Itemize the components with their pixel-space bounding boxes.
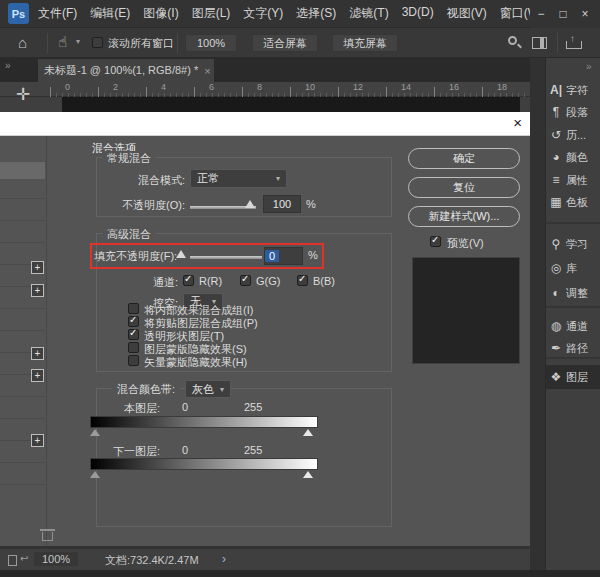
menu-3d[interactable]: 3D(D) (402, 5, 434, 22)
panel-item-channels[interactable]: ◍通道 (546, 315, 600, 337)
dialog-body: + + + + + 混合选项 常规混合 混合模式: 正常▾ 不透明度(O): 1… (0, 136, 530, 546)
share-export-icon[interactable] (566, 36, 580, 49)
menu-image[interactable]: 图像(I) (143, 5, 178, 22)
tool-options-bar: ⌂ ☝ ▾ 滚动所有窗口 100% 适合屏幕 填充屏幕 (0, 28, 600, 58)
opacity-slider-thumb[interactable] (245, 200, 255, 208)
bottom-edge (0, 570, 600, 577)
this-layer-label: 本图层: (100, 401, 160, 416)
workspace-panels-icon[interactable] (532, 37, 547, 49)
blend-if-dropdown[interactable]: 灰色▾ (185, 380, 231, 398)
preview-swatch (412, 257, 520, 364)
reset-button[interactable]: 复位 (408, 177, 520, 198)
fill-screen-button[interactable]: 填充屏幕 (332, 34, 398, 52)
chevron-down-icon: ▾ (214, 385, 224, 394)
close-window-button[interactable]: × (574, 7, 596, 21)
panel-item-character[interactable]: A|字符 (546, 79, 600, 101)
photoshop-window: Ps 文件(F) 编辑(E) 图像(I) 图层(L) 文字(Y) 选择(S) 滤… (0, 0, 600, 577)
ok-button[interactable]: 确定 (408, 148, 520, 169)
zoom-100-button[interactable]: 100% (185, 34, 237, 52)
channels-label: 通道: (110, 275, 178, 290)
scroll-all-windows-checkbox[interactable] (92, 37, 103, 48)
panel-item-learn[interactable]: ⚲学习 (546, 233, 600, 255)
adjustments-icon: ◐ (546, 286, 566, 300)
undo-arrow-icon: ↩ (20, 553, 28, 564)
add-button[interactable]: + (31, 284, 44, 297)
document-tab[interactable]: 未标题-1 @ 100%(1, RGB/8#) * × (38, 59, 214, 82)
home-icon[interactable]: ⌂ (18, 34, 27, 51)
swatches-icon: ▦ (546, 195, 566, 209)
blend-mode-dropdown[interactable]: 正常▾ (190, 169, 287, 188)
opacity-value-field[interactable]: 100 (263, 195, 301, 213)
panel-item-layers[interactable]: ❖图层 (546, 365, 600, 389)
menu-items: 文件(F) 编辑(E) 图像(I) 图层(L) 文字(Y) 选择(S) 滤镜(T… (38, 5, 568, 22)
panel-item-paragraph[interactable]: ¶段落 (546, 101, 600, 123)
dock-collapse-icon[interactable]: » (586, 61, 592, 72)
panel-item-adjustments[interactable]: ◐调整 (546, 282, 600, 304)
fit-screen-button[interactable]: 适合屏幕 (252, 34, 318, 52)
character-icon: A| (546, 83, 566, 97)
layer-mask-hides-checkbox[interactable] (128, 342, 139, 353)
transparency-shapes-checkbox[interactable] (128, 329, 139, 340)
general-blending-label: 常规混合 (102, 151, 156, 166)
properties-icon: ≡ (546, 173, 566, 187)
menu-edit[interactable]: 编辑(E) (90, 5, 130, 22)
add-button[interactable]: + (31, 261, 44, 274)
tab-close-icon[interactable]: × (204, 65, 210, 77)
document-size-readout: 文档:732.4K/2.47M (105, 553, 199, 568)
vector-mask-hides-label: 矢量蒙版隐藏效果(H) (144, 355, 247, 370)
document-tab-bar: » 未标题-1 @ 100%(1, RGB/8#) * × (0, 58, 530, 82)
channel-g-checkbox[interactable] (240, 275, 251, 286)
hand-tool-icon[interactable]: ☝ (58, 33, 67, 51)
blend-interior-checkbox[interactable] (128, 303, 139, 314)
add-button[interactable]: + (31, 347, 44, 360)
this-layer-black-slider[interactable] (90, 429, 100, 436)
panel-item-properties[interactable]: ≡属性 (546, 169, 600, 191)
panel-item-libraries[interactable]: ◎库 (546, 257, 600, 279)
fill-opacity-slider-track[interactable] (190, 256, 262, 259)
this-layer-white-slider[interactable] (303, 429, 313, 436)
fill-opacity-slider-thumb[interactable] (176, 250, 186, 258)
next-layer-black-slider[interactable] (90, 471, 100, 478)
menu-layer[interactable]: 图层(L) (192, 5, 231, 22)
scroll-all-windows-label: 滚动所有窗口 (108, 36, 174, 51)
new-style-button[interactable]: 新建样式(W)... (408, 206, 520, 227)
status-zoom-field[interactable]: 100% (34, 552, 78, 566)
blend-clipped-checkbox[interactable] (128, 316, 139, 327)
panel-item-history[interactable]: ↺历... (546, 124, 600, 146)
add-button[interactable]: + (31, 369, 44, 382)
channel-r-checkbox[interactable] (183, 275, 194, 286)
libraries-icon: ◎ (546, 261, 566, 275)
channels-icon: ◍ (546, 319, 566, 333)
pasteboard (0, 97, 530, 112)
right-panel-dock: » A|字符 ¶段落 ↺历... ◕颜色 ≡属性 ▦色板 ⚲学习 ◎库 ◐调整 … (545, 58, 600, 572)
opacity-label: 不透明度(O): (90, 198, 185, 213)
menu-select[interactable]: 选择(S) (296, 5, 336, 22)
panel-item-swatches[interactable]: ▦色板 (546, 191, 600, 213)
layer-style-dialog: × + + + + + 混合选项 常规混合 混合模式: 正常▾ 不透明度(O): (0, 112, 530, 546)
photoshop-logo-icon: Ps (8, 3, 29, 24)
preview-checkbox[interactable] (430, 236, 441, 247)
vector-mask-hides-checkbox[interactable] (128, 355, 139, 366)
this-layer-min: 0 (182, 401, 188, 413)
status-chevron-icon[interactable]: › (222, 552, 226, 566)
menu-view[interactable]: 视图(V) (447, 5, 487, 22)
channel-b-checkbox[interactable] (297, 275, 308, 286)
menu-filter[interactable]: 滤镜(T) (349, 5, 388, 22)
fill-opacity-value-field[interactable]: 0 (264, 247, 303, 265)
panel-item-color[interactable]: ◕颜色 (546, 146, 600, 168)
document-tab-title: 未标题-1 @ 100%(1, RGB/8#) * (44, 63, 198, 78)
trash-icon[interactable] (42, 532, 53, 541)
chevron-down-icon[interactable]: ▾ (76, 37, 80, 46)
search-icon[interactable] (508, 36, 517, 45)
dialog-close-icon[interactable]: × (513, 114, 522, 131)
panel-item-paths[interactable]: ✒路径 (546, 337, 600, 359)
history-icon: ↺ (546, 128, 566, 142)
move-tool-icon[interactable]: ✛ (16, 84, 30, 105)
minimize-button[interactable]: − (530, 7, 552, 21)
panel-collapse-icon[interactable]: » (5, 60, 11, 71)
add-button[interactable]: + (31, 434, 44, 447)
next-layer-white-slider[interactable] (303, 471, 313, 478)
menu-type[interactable]: 文字(Y) (243, 5, 283, 22)
menu-file[interactable]: 文件(F) (38, 5, 77, 22)
maximize-button[interactable]: □ (552, 7, 574, 21)
